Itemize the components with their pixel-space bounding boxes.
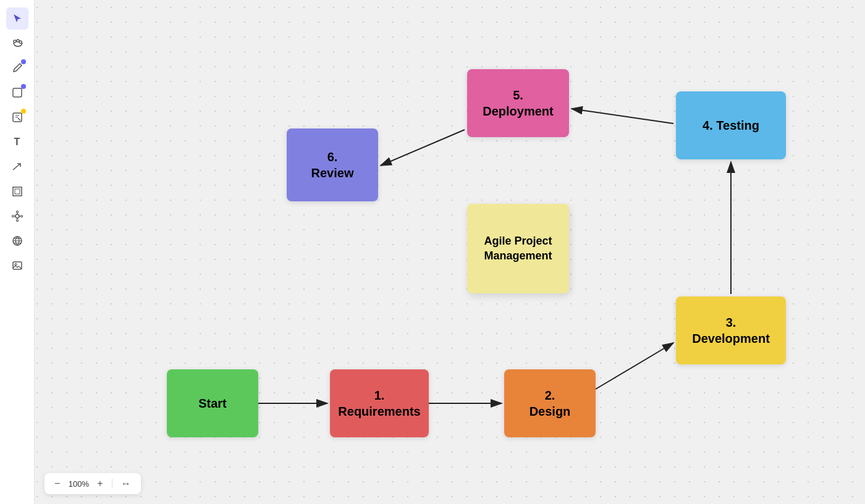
zoom-in-button[interactable]: + xyxy=(95,477,105,490)
globe-tool[interactable] xyxy=(6,230,28,252)
node-start-label: Start xyxy=(198,395,227,411)
sticky-dot xyxy=(21,109,26,114)
fit-button[interactable]: ↔ xyxy=(119,477,133,490)
connector-tool[interactable] xyxy=(6,156,28,178)
bottom-toolbar: − 100% + ↔ xyxy=(44,473,141,494)
node-testing[interactable]: 4. Testing xyxy=(676,91,786,159)
zoom-out-button[interactable]: − xyxy=(52,477,62,490)
svg-point-10 xyxy=(12,216,14,217)
node-review-label: 6.Review xyxy=(311,149,354,181)
svg-point-11 xyxy=(20,216,22,217)
arrow-deploy-review xyxy=(381,130,465,166)
svg-point-9 xyxy=(16,220,18,222)
node-agile[interactable]: Agile ProjectManagement xyxy=(467,204,569,293)
node-deployment-label: 5.Deployment xyxy=(483,87,553,119)
pen-dot xyxy=(21,59,26,64)
node-req-label: 1.Requirements xyxy=(338,387,420,419)
svg-point-0 xyxy=(14,40,16,43)
hand-tool[interactable] xyxy=(6,32,28,54)
zoom-level: 100% xyxy=(67,479,90,489)
canvas[interactable]: Start 1.Requirements 2.Design 3.Developm… xyxy=(35,0,865,504)
shape-tool[interactable] xyxy=(6,82,28,104)
arrows-svg xyxy=(35,0,865,504)
svg-point-7 xyxy=(15,214,19,218)
svg-rect-5 xyxy=(13,187,22,196)
node-testing-label: 4. Testing xyxy=(703,117,759,133)
arrow-testing-deploy xyxy=(572,109,673,124)
cursor-tool[interactable] xyxy=(6,7,28,30)
arrow-design-dev xyxy=(596,343,673,389)
sidebar: T xyxy=(0,0,35,504)
svg-point-19 xyxy=(15,264,17,266)
image-tool[interactable] xyxy=(6,254,28,277)
node-deployment[interactable]: 5.Deployment xyxy=(467,69,569,137)
node-review[interactable]: 6.Review xyxy=(287,128,378,201)
node-start[interactable]: Start xyxy=(167,369,258,437)
svg-rect-6 xyxy=(15,189,20,194)
svg-point-2 xyxy=(19,41,22,43)
sticky-tool[interactable] xyxy=(6,106,28,128)
node-dev-label: 3.Development xyxy=(692,314,770,346)
svg-point-8 xyxy=(16,211,18,213)
svg-rect-3 xyxy=(13,88,22,97)
node-development[interactable]: 3.Development xyxy=(676,296,786,364)
node-design[interactable]: 2.Design xyxy=(504,369,596,437)
network-tool[interactable] xyxy=(6,205,28,227)
shape-dot xyxy=(21,84,26,89)
frame-tool[interactable] xyxy=(6,180,28,203)
node-agile-label: Agile ProjectManagement xyxy=(484,234,552,263)
pen-tool[interactable] xyxy=(6,57,28,79)
svg-rect-18 xyxy=(13,262,22,269)
toolbar-divider xyxy=(112,479,112,489)
node-requirements[interactable]: 1.Requirements xyxy=(330,369,429,437)
node-design-label: 2.Design xyxy=(530,387,571,419)
text-tool[interactable]: T xyxy=(6,131,28,153)
